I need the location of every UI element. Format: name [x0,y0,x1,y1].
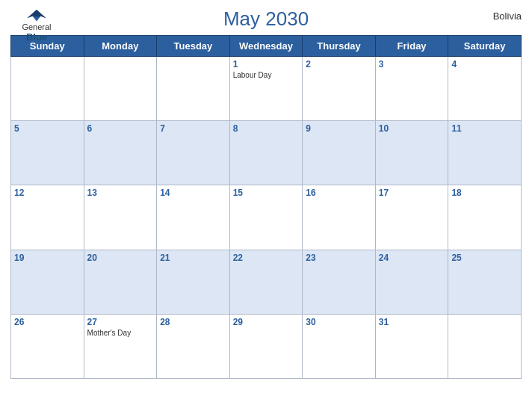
week-row-5: 2627Mother's Day28293031 [11,314,522,378]
cal-cell [84,57,157,121]
date-number: 10 [379,123,445,134]
logo-general-text: General [22,22,51,31]
event-label: Mother's Day [87,329,154,337]
week-row-2: 567891011 [11,121,522,185]
cal-cell: 30 [303,314,376,378]
cal-cell: 7 [157,121,230,185]
logo-blue-text: Blue [26,31,47,43]
cal-cell: 1Labour Day [229,57,303,121]
cal-cell: 5 [11,121,84,185]
cal-cell: 6 [84,121,157,185]
cal-cell: 25 [448,250,522,314]
cal-cell: 22 [229,250,303,314]
date-number: 13 [87,188,154,198]
date-number: 8 [233,123,300,134]
days-header-row: SundayMondayTuesdayWednesdayThursdayFrid… [11,36,522,57]
cal-cell: 24 [375,250,448,314]
date-number: 27 [87,317,154,327]
day-header-friday: Friday [375,36,448,57]
logo: General Blue [10,7,63,43]
cal-cell: 16 [303,185,376,250]
date-number: 28 [160,317,226,327]
day-header-thursday: Thursday [303,36,376,57]
date-number: 7 [160,123,226,134]
date-number: 9 [306,123,372,134]
cal-cell: 8 [229,121,303,185]
date-number: 26 [14,317,81,327]
svg-marker-1 [27,10,46,18]
day-header-tuesday: Tuesday [157,36,230,57]
cal-cell: 13 [84,185,157,250]
cal-cell: 9 [303,121,376,185]
cal-cell: 3 [375,57,448,121]
calendar-header: General Blue May 2030 Bolivia [10,7,522,31]
cal-cell: 4 [448,57,522,121]
date-number: 17 [379,188,445,198]
cal-cell: 10 [375,121,448,185]
date-number: 30 [306,317,372,327]
date-number: 22 [233,253,300,263]
day-header-saturday: Saturday [448,36,522,57]
cal-cell: 17 [375,185,448,250]
date-number: 4 [451,59,518,69]
cal-cell: 2 [303,57,376,121]
cal-cell: 28 [157,314,230,378]
cal-cell: 15 [229,185,303,250]
cal-cell: 23 [303,250,376,314]
date-number: 31 [379,317,445,327]
date-number: 12 [14,188,81,198]
week-row-4: 19202122232425 [11,250,522,314]
event-label: Labour Day [233,71,300,79]
cal-cell [11,57,84,121]
month-title: May 2030 [223,7,309,31]
cal-cell: 19 [11,250,84,314]
date-number: 20 [87,253,154,263]
cal-cell: 27Mother's Day [84,314,157,378]
calendar-table: SundayMondayTuesdayWednesdayThursdayFrid… [10,35,522,379]
day-header-wednesday: Wednesday [229,36,303,57]
date-number: 23 [306,253,372,263]
cal-cell: 14 [157,185,230,250]
date-number: 6 [87,123,154,134]
cal-cell: 12 [11,185,84,250]
date-number: 24 [379,253,445,263]
day-header-monday: Monday [84,36,157,57]
cal-cell [448,314,522,378]
calendar-wrapper: General Blue May 2030 Bolivia SundayMond… [0,0,532,411]
cal-cell [157,57,230,121]
date-number: 5 [14,123,81,134]
date-number: 18 [451,188,518,198]
date-number: 11 [451,123,518,134]
cal-cell: 21 [157,250,230,314]
cal-cell: 20 [84,250,157,314]
date-number: 1 [233,59,300,69]
date-number: 16 [306,188,372,198]
date-number: 25 [451,253,518,263]
cal-cell: 18 [448,185,522,250]
cal-cell: 31 [375,314,448,378]
cal-cell: 11 [448,121,522,185]
logo-bird-icon [26,7,47,22]
date-number: 3 [379,59,445,69]
date-number: 21 [160,253,226,263]
date-number: 15 [233,188,300,198]
cal-cell: 29 [229,314,303,378]
week-row-1: 1Labour Day234 [11,57,522,121]
date-number: 19 [14,253,81,263]
date-number: 14 [160,188,226,198]
country-label: Bolivia [493,10,522,22]
date-number: 2 [306,59,372,69]
date-number: 29 [233,317,300,327]
cal-cell: 26 [11,314,84,378]
week-row-3: 12131415161718 [11,185,522,250]
